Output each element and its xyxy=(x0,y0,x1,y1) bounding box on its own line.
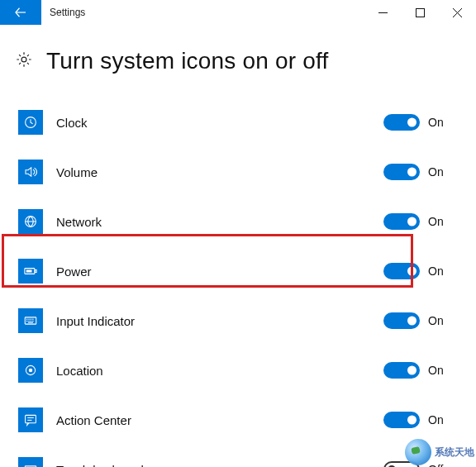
toggle-clock[interactable] xyxy=(383,114,420,131)
window-title: Settings xyxy=(41,0,85,25)
toggle-state-text: On xyxy=(428,413,444,426)
toggle-state-text: On xyxy=(428,215,444,228)
toggle-state-text: On xyxy=(428,314,444,327)
setting-row-action-center: Action Center On xyxy=(0,395,476,445)
toggle-network[interactable] xyxy=(383,213,420,230)
minimize-icon xyxy=(378,8,388,17)
setting-label: Volume xyxy=(56,165,370,179)
setting-label: Touch keyboard xyxy=(56,463,370,468)
setting-row-volume: Volume On xyxy=(0,147,476,197)
gear-icon xyxy=(15,50,33,72)
watermark: 系统天地 xyxy=(405,439,474,465)
toggle-location[interactable] xyxy=(383,362,420,379)
svg-rect-2 xyxy=(416,8,425,17)
setting-label: Clock xyxy=(56,116,370,130)
location-icon xyxy=(18,358,43,383)
toggle-wrap: On xyxy=(383,213,456,230)
setting-label: Power xyxy=(56,264,370,279)
setting-label: Location xyxy=(56,364,370,378)
power-icon xyxy=(18,259,43,284)
system-icons-list: Clock On Volume On Network On Power On I… xyxy=(0,93,476,467)
page-title: Turn system icons on or off xyxy=(46,48,329,74)
toggle-state-text: On xyxy=(428,264,444,278)
toggle-wrap: On xyxy=(383,263,456,279)
setting-row-input-indicator: Input Indicator On xyxy=(0,296,476,345)
volume-icon xyxy=(18,160,43,184)
toggle-input-indicator[interactable] xyxy=(383,312,420,329)
globe-icon xyxy=(405,439,431,465)
setting-row-power: Power On xyxy=(0,246,476,296)
toggle-wrap: On xyxy=(383,164,456,180)
keyboard-icon xyxy=(18,457,43,467)
toggle-wrap: On xyxy=(383,312,456,329)
setting-label: Network xyxy=(56,215,370,229)
close-icon xyxy=(453,8,462,17)
maximize-button[interactable] xyxy=(402,0,439,25)
toggle-wrap: On xyxy=(383,114,456,131)
keyboard-icon xyxy=(18,308,43,333)
maximize-icon xyxy=(416,8,425,17)
toggle-volume[interactable] xyxy=(383,164,420,180)
clock-icon xyxy=(18,110,43,135)
svg-point-5 xyxy=(21,57,26,62)
setting-label: Input Indicator xyxy=(56,314,370,328)
toggle-power[interactable] xyxy=(383,263,420,279)
titlebar-spacer xyxy=(85,0,364,25)
action-center-icon xyxy=(18,407,43,432)
toggle-wrap: On xyxy=(383,412,456,428)
watermark-text: 系统天地 xyxy=(435,446,474,460)
toggle-state-text: On xyxy=(428,364,444,377)
setting-row-clock: Clock On xyxy=(0,98,476,147)
toggle-action-center[interactable] xyxy=(383,412,420,428)
toggle-wrap: On xyxy=(383,362,456,379)
toggle-state-text: On xyxy=(428,165,444,179)
close-button[interactable] xyxy=(439,0,476,25)
titlebar: Settings xyxy=(0,0,476,25)
setting-label: Action Center xyxy=(56,413,370,427)
page-header: Turn system icons on or off xyxy=(0,25,476,93)
minimize-button[interactable] xyxy=(364,0,402,25)
arrow-left-icon xyxy=(13,5,28,20)
setting-row-network: Network On xyxy=(0,197,476,246)
back-button[interactable] xyxy=(0,0,41,25)
setting-row-location: Location On xyxy=(0,345,476,395)
network-icon xyxy=(18,209,43,234)
toggle-state-text: On xyxy=(428,116,444,129)
